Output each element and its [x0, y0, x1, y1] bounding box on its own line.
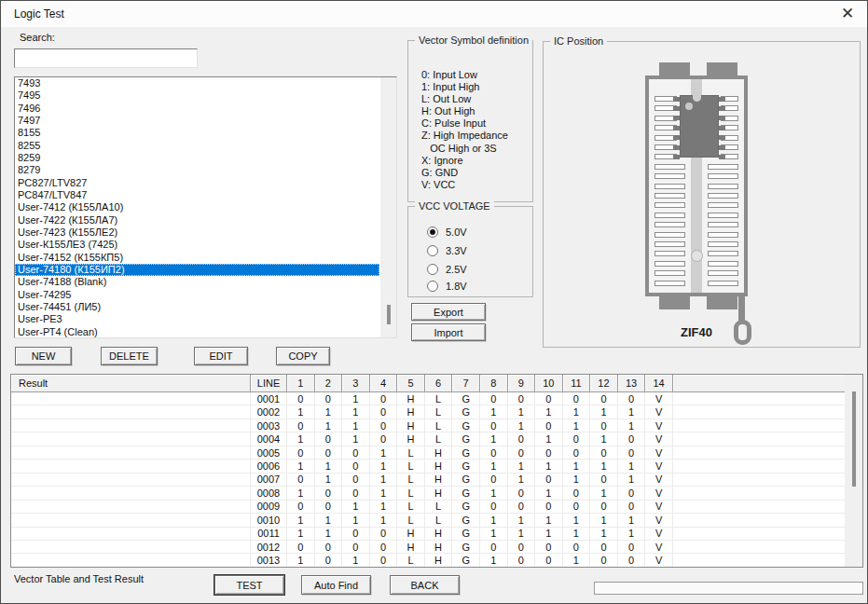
- vector-table-row[interactable]: 00041010HLG101010V: [11, 432, 862, 446]
- pin-value-cell: L: [397, 460, 425, 473]
- pin-value-cell: 1: [342, 419, 370, 432]
- ic-list-item[interactable]: PC847/LTV847: [15, 189, 379, 201]
- radio-icon: [427, 245, 438, 256]
- ic-list-item[interactable]: User-7423 (К155ЛЕ2): [15, 226, 379, 239]
- pin-value-cell: 0: [535, 392, 563, 405]
- pin-value-cell: 0: [342, 541, 370, 554]
- vcc-option[interactable]: 5.0V: [427, 226, 467, 239]
- vector-symbol-group-title: Vector Symbol definition: [415, 34, 532, 46]
- pin-value-cell: 0: [535, 501, 563, 514]
- pin-column-header[interactable]: 1: [287, 375, 315, 392]
- pin-column-header[interactable]: 8: [480, 375, 508, 392]
- ic-list-item[interactable]: 7496: [15, 103, 379, 115]
- vector-table-row[interactable]: 00131010LHG100100V: [11, 554, 862, 567]
- test-button[interactable]: TEST: [214, 575, 284, 595]
- vector-table-row[interactable]: 00050001LHG000000V: [11, 446, 862, 460]
- ic-list-item[interactable]: User-74451 (ЛИ5): [15, 301, 379, 313]
- ic-list-item[interactable]: PC827/LTV827: [15, 177, 379, 189]
- symbol-definition-line: Z: High Impedance: [421, 130, 508, 142]
- line-cell: 0007: [251, 474, 287, 487]
- ic-list[interactable]: 74937495749674978155825582598279PC827/LT…: [14, 76, 397, 338]
- search-label: Search:: [20, 32, 55, 43]
- line-column-header[interactable]: LINE: [251, 375, 287, 392]
- ic-list-item[interactable]: User-К155ЛЕ3 (7425): [15, 239, 379, 251]
- export-button[interactable]: Export: [411, 303, 486, 321]
- pin-value-cell: 0: [315, 432, 343, 446]
- table-scrollbar[interactable]: [845, 375, 862, 567]
- pin-column-header[interactable]: 10: [535, 375, 563, 392]
- new-button[interactable]: NEW: [15, 347, 72, 365]
- pin-value-cell: 0: [480, 392, 508, 405]
- search-input[interactable]: [14, 48, 198, 68]
- pin-value-cell: H: [425, 487, 453, 500]
- radio-label: 5.0V: [446, 226, 467, 238]
- vector-table-row[interactable]: 00090011LLG000000V: [11, 501, 862, 514]
- table-scrollbar-thumb[interactable]: [852, 391, 856, 487]
- ic-list-item[interactable]: 7497: [15, 115, 379, 127]
- ic-list-item[interactable]: User-74152 (К155КП5): [15, 252, 379, 264]
- pin-column-header[interactable]: 4: [370, 375, 398, 392]
- vector-table-row[interactable]: 00081001LHG101010V: [11, 487, 862, 500]
- import-button[interactable]: Import: [411, 323, 486, 341]
- edit-button[interactable]: EDIT: [194, 347, 248, 365]
- pin-column-header[interactable]: 13: [618, 375, 646, 392]
- row-filler: [673, 487, 862, 500]
- pin-value-cell: 0: [287, 446, 315, 460]
- ic-list-item[interactable]: User-74180 (К155ИП2): [15, 264, 379, 276]
- ic-list-item[interactable]: 8279: [15, 164, 379, 176]
- ic-list-item[interactable]: User-74295: [15, 289, 379, 301]
- vector-table-row[interactable]: 00061101LHG111111V: [11, 460, 862, 473]
- pin-value-cell: G: [452, 405, 480, 419]
- pin-column-header[interactable]: 2: [315, 375, 343, 392]
- vcc-option[interactable]: 1.8V: [427, 280, 467, 293]
- pin-column-header[interactable]: 7: [452, 375, 480, 392]
- pin-value-cell: 0: [342, 474, 370, 487]
- pin-value-cell: 0: [535, 474, 563, 487]
- pin-column-header[interactable]: 12: [590, 375, 618, 392]
- vector-table-row[interactable]: 00101111LLG111111V: [11, 514, 862, 527]
- auto-find-button[interactable]: Auto Find: [301, 575, 371, 595]
- ic-list-item[interactable]: 7493: [15, 77, 379, 89]
- titlebar[interactable]: Logic Test ✕: [1, 1, 867, 27]
- close-icon[interactable]: ✕: [834, 3, 861, 25]
- ic-list-item[interactable]: 8255: [15, 140, 379, 152]
- vcc-option[interactable]: 3.3V: [427, 244, 467, 257]
- vector-table-row[interactable]: 00021110HLG111111V: [11, 405, 862, 419]
- pin-column-header[interactable]: 3: [342, 375, 370, 392]
- pin-column-header[interactable]: 11: [563, 375, 591, 392]
- pin-value-cell: 1: [342, 432, 370, 446]
- ic-list-item[interactable]: 8259: [15, 152, 379, 164]
- ic-list-item[interactable]: User-74188 (Blank): [15, 276, 379, 288]
- vector-table-row[interactable]: 00070101LHG010101V: [11, 474, 862, 487]
- vector-table-row[interactable]: 00010010HLG000000V: [11, 392, 862, 405]
- ic-list-item[interactable]: 8155: [15, 127, 379, 139]
- pin1-dot-icon: [685, 103, 693, 110]
- ic-list-item[interactable]: User-7412 (К155ЛА10): [15, 201, 379, 213]
- ic-list-item[interactable]: User-7422 (К155ЛА7): [15, 214, 379, 226]
- delete-button[interactable]: DELETE: [101, 347, 158, 365]
- pin-column-header[interactable]: 9: [508, 375, 536, 392]
- symbol-definitions: 0: Input Low1: Input HighL: Out LowH: Ou…: [421, 69, 508, 191]
- vector-table-row[interactable]: 00030110HLG010101V: [11, 419, 862, 432]
- pin-value-cell: 1: [535, 528, 563, 541]
- row-filler: [673, 405, 862, 419]
- vcc-option[interactable]: 2.5V: [427, 263, 467, 276]
- ic-list-item[interactable]: User-РТ4 (Clean): [15, 326, 379, 338]
- back-button[interactable]: BACK: [390, 575, 460, 595]
- pin-column-header[interactable]: 5: [397, 375, 425, 392]
- list-scrollbar-thumb[interactable]: [387, 305, 391, 324]
- pin-column-header[interactable]: 6: [425, 375, 453, 392]
- header-filler: [673, 375, 862, 392]
- vector-table-row[interactable]: 00111100HHG111111V: [11, 528, 862, 541]
- vector-table-row[interactable]: 00120000HHG000000V: [11, 541, 862, 554]
- chip-notch: [693, 95, 701, 102]
- ic-list-item[interactable]: 7495: [15, 89, 379, 102]
- pin-column-header[interactable]: 14: [645, 375, 673, 392]
- pin-value-cell: 1: [370, 514, 398, 527]
- ic-list-item[interactable]: User-РЕ3: [15, 313, 379, 325]
- result-column-header[interactable]: Result: [11, 375, 251, 392]
- symbol-definition-line: V: VCC: [421, 179, 508, 191]
- copy-button[interactable]: COPY: [276, 347, 330, 365]
- list-scrollbar[interactable]: [380, 77, 396, 337]
- pin-value-cell: 1: [342, 514, 370, 527]
